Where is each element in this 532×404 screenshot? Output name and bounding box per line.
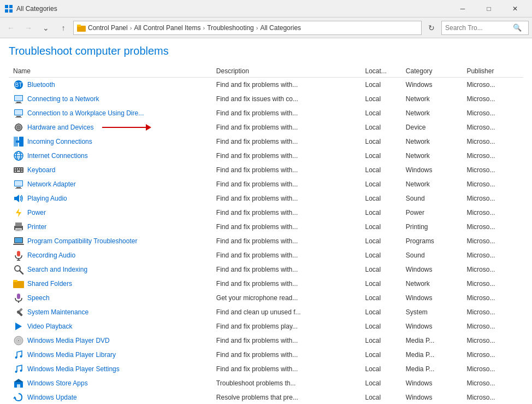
table-row[interactable]: Windows Media Player DVD Find and fix pr… — [9, 333, 523, 348]
refresh-button[interactable]: ↻ — [424, 20, 439, 36]
maximize-button[interactable]: □ — [476, 1, 501, 17]
cell-category: Power — [401, 206, 463, 220]
window-title: All Categories — [16, 5, 450, 13]
table-row[interactable]: Search and Indexing Find and fix problem… — [9, 262, 523, 277]
cell-name: Incoming Connections — [9, 134, 212, 149]
table-row[interactable]: Keyboard Find and fix problems with... L… — [9, 163, 523, 177]
svg-rect-56 — [17, 294, 20, 299]
item-link[interactable]: Incoming Connections — [27, 138, 92, 145]
cell-name: Recording Audio — [9, 248, 212, 262]
item-link[interactable]: Search and Indexing — [27, 266, 87, 273]
up-button[interactable]: ↑ — [56, 20, 71, 36]
search-input[interactable] — [445, 24, 511, 32]
cell-name: Windows Media Player DVD — [9, 333, 212, 348]
item-link[interactable]: Connecting to a Network — [27, 95, 99, 103]
header-location[interactable]: Locat... — [361, 65, 401, 78]
item-link[interactable]: Playing Audio — [27, 195, 67, 202]
item-link[interactable]: Windows Media Player DVD — [27, 337, 110, 344]
cell-location: Local — [361, 191, 401, 206]
item-link[interactable]: Windows Media Player Settings — [27, 365, 120, 373]
close-button[interactable]: ✕ — [503, 1, 528, 17]
item-link[interactable]: Bluetooth — [27, 81, 55, 89]
table-row[interactable]: Windows Update Resolve problems that pre… — [9, 390, 523, 404]
table-row[interactable]: Windows Store Apps Troubleshoot problems… — [9, 376, 523, 390]
cell-description: Find and fix problems with... — [212, 78, 361, 92]
item-link[interactable]: Network Adapter — [27, 180, 76, 188]
svg-line-53 — [20, 271, 23, 274]
cell-description: Find and fix problems with... — [212, 348, 361, 362]
cell-publisher: Microso... — [462, 319, 523, 333]
item-link[interactable]: Windows Store Apps — [27, 379, 88, 387]
svg-rect-47 — [15, 238, 22, 243]
back-button[interactable]: ← — [3, 20, 19, 36]
header-publisher[interactable]: Publisher — [462, 65, 523, 78]
cell-name: Shared Folders — [9, 277, 212, 291]
item-link[interactable]: Windows Media Player Library — [27, 351, 116, 359]
header-name[interactable]: Name — [9, 65, 212, 78]
table-row[interactable]: Connecting to a Network Find and fix iss… — [9, 92, 523, 106]
table-row[interactable]: Windows Media Player Settings Find and f… — [9, 362, 523, 376]
table-row[interactable]: Network Adapter Find and fix problems wi… — [9, 177, 523, 191]
table-row[interactable]: Hardware and Devices Find and fix proble… — [9, 120, 523, 134]
cell-category: Device — [401, 120, 463, 134]
table-row[interactable]: System Maintenance Find and clean up unu… — [9, 305, 523, 319]
item-link[interactable]: Hardware and Devices — [27, 124, 93, 131]
search-box[interactable]: 🔍 — [441, 21, 529, 35]
item-link[interactable]: Video Playback — [27, 323, 73, 330]
cell-publisher: Microso... — [462, 120, 523, 134]
cell-location: Local — [361, 120, 401, 134]
forward-button[interactable]: → — [21, 20, 36, 36]
item-link[interactable]: Printer — [27, 223, 46, 231]
table-row[interactable]: Power Find and fix problems with... Loca… — [9, 206, 523, 220]
item-link[interactable]: Shared Folders — [27, 280, 72, 288]
table-row[interactable]: Recording Audio Find and fix problems wi… — [9, 248, 523, 262]
svg-marker-71 — [13, 396, 16, 399]
table-row[interactable]: Shared Folders Find and fix problems wit… — [9, 277, 523, 291]
item-link[interactable]: Windows Update — [27, 394, 77, 401]
table-row[interactable]: Program Compatibility Troubleshooter Fin… — [9, 234, 523, 248]
cell-location: Local — [361, 277, 401, 291]
path-segment-2: All Control Panel Items — [134, 24, 200, 32]
cell-name: Video Playback — [9, 319, 212, 333]
cell-description: Find and fix problems with... — [212, 333, 361, 348]
table-wrapper[interactable]: Name Description Locat... Category Publi… — [9, 65, 523, 404]
item-link[interactable]: Internet Connections — [27, 152, 88, 160]
svg-point-65 — [20, 355, 22, 358]
table-row[interactable]: Incoming Connections Find and fix proble… — [9, 134, 523, 149]
items-table: Name Description Locat... Category Publi… — [9, 65, 523, 404]
cell-location: Local — [361, 362, 401, 376]
cell-location: Local — [361, 78, 401, 92]
item-link[interactable]: Power — [27, 209, 46, 216]
svg-rect-45 — [16, 230, 20, 231]
table-row[interactable]: Windows Media Player Library Find and fi… — [9, 348, 523, 362]
table-row[interactable]: Playing Audio Find and fix problems with… — [9, 191, 523, 206]
table-row[interactable]: Internet Connections Find and fix proble… — [9, 149, 523, 163]
item-link[interactable]: Program Compatibility Troubleshooter — [27, 237, 137, 245]
item-link[interactable]: Keyboard — [27, 166, 55, 174]
item-icon — [13, 122, 24, 133]
cell-description: Find and fix problems with... — [212, 177, 361, 191]
header-description[interactable]: Description — [212, 65, 361, 78]
item-link[interactable]: System Maintenance — [27, 308, 88, 316]
svg-rect-9 — [16, 102, 21, 103]
table-row[interactable]: Connection to a Workplace Using Dire... … — [9, 106, 523, 120]
search-icon[interactable]: 🔍 — [513, 24, 522, 32]
item-link[interactable]: Recording Audio — [27, 251, 75, 259]
cell-description: Troubleshoot problems th... — [212, 376, 361, 390]
address-path[interactable]: Control Panel › All Control Panel Items … — [73, 21, 422, 35]
item-icon — [13, 165, 24, 175]
header-category[interactable]: Category — [401, 65, 463, 78]
minimize-button[interactable]: ─ — [450, 1, 475, 17]
table-row[interactable]: Speech Get your microphone read... Local… — [9, 291, 523, 305]
item-icon — [13, 179, 24, 190]
table-row[interactable]: Printer Find and fix problems with... Lo… — [9, 220, 523, 234]
table-row[interactable]: BT Bluetooth Find and fix problems with.… — [9, 78, 523, 92]
page-title: Troubleshoot computer problems — [9, 45, 523, 57]
item-link[interactable]: Speech — [27, 294, 50, 302]
dropdown-button[interactable]: ⌄ — [38, 20, 54, 36]
cell-publisher: Microso... — [462, 163, 523, 177]
svg-rect-32 — [15, 171, 16, 172]
table-row[interactable]: Video Playback Find and fix problems pla… — [9, 319, 523, 333]
cell-category: Network — [401, 92, 463, 106]
item-link[interactable]: Connection to a Workplace Using Dire... — [27, 109, 144, 117]
